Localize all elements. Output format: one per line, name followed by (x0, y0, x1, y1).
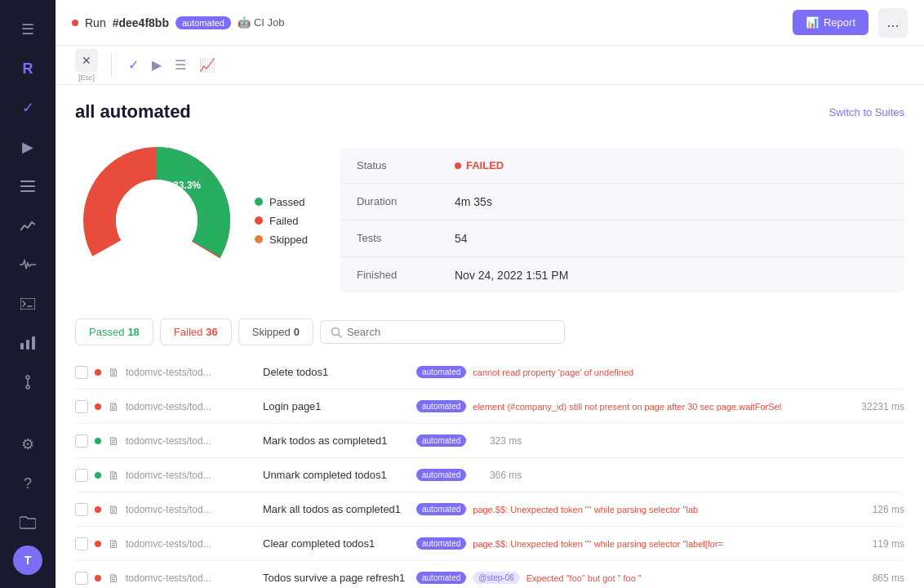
failed-dot (255, 216, 263, 225)
test-row[interactable]: 🗎todomvc-tests/tod...Mark all todos as c… (75, 492, 904, 527)
run-hash: #dee4f8bb (113, 16, 169, 29)
failed-filter-button[interactable]: Failed36 (160, 318, 232, 345)
ci-icon: 🤖 (238, 16, 251, 29)
check-nav-icon[interactable]: ✓ (125, 54, 142, 76)
hamburger-icon[interactable]: ☰ (11, 13, 44, 46)
test-checkbox[interactable] (75, 366, 88, 379)
automated-tag: automated (416, 469, 466, 481)
test-name: Delete todos1 (263, 366, 410, 378)
passed-label: Passed (269, 196, 304, 208)
error-message: element (#company_id) still not present … (473, 402, 849, 412)
automated-tag: automated (416, 366, 466, 378)
svg-point-8 (26, 385, 29, 389)
play-nav-icon[interactable]: ▶ (149, 54, 165, 76)
file-icon: 🗎 (108, 503, 119, 516)
test-row[interactable]: 🗎todomvc-tests/tod...Clear completed tod… (75, 527, 904, 561)
analytics-icon[interactable] (11, 209, 44, 242)
list-nav-icon[interactable]: ☰ (171, 54, 189, 76)
search-icon (331, 327, 342, 338)
duration-row: Duration 4m 35s (340, 184, 904, 220)
duration: 323 ms (473, 435, 522, 447)
test-checkbox[interactable] (75, 572, 88, 585)
test-name: Mark all todos as completed1 (263, 503, 410, 515)
file-icon: 🗎 (108, 469, 119, 482)
tests-row: Tests 54 (340, 220, 904, 257)
test-row[interactable]: 🗎todomvc-tests/tod...Todos survive a pag… (75, 561, 904, 588)
main-area: Run #dee4f8bb automated 🤖 CI Job 📊 Repor… (56, 0, 924, 588)
test-row[interactable]: 🗎todomvc-tests/tod...Unmark completed to… (75, 458, 904, 492)
more-button[interactable]: ... (878, 8, 908, 38)
ci-job: 🤖 CI Job (238, 16, 285, 29)
esc-label: [Esc] (78, 74, 95, 82)
analytics-nav-icon[interactable]: 📈 (196, 54, 219, 76)
run-label: Run (85, 16, 106, 29)
test-checkbox[interactable] (75, 434, 88, 448)
test-row[interactable]: 🗎todomvc-tests/tod...Mark todos as compl… (75, 424, 904, 458)
terminal-icon[interactable] (11, 287, 44, 320)
play-icon[interactable]: ▶ (11, 131, 44, 163)
donut-chart: 66.7% 33.3% (75, 139, 238, 302)
report-button[interactable]: 📊 Report (793, 10, 868, 35)
test-row[interactable]: 🗎todomvc-tests/tod...Login page1automate… (75, 390, 904, 424)
file-icon: 🗎 (108, 366, 119, 379)
folder-icon[interactable] (11, 506, 44, 539)
skipped-label: Skipped (269, 234, 308, 246)
content-area: ✕ [Esc] ✓ ▶ ☰ 📈 all automated Switch to … (56, 46, 924, 588)
passed-pct-label: 33.3% (173, 180, 201, 191)
bar-chart-icon[interactable] (11, 327, 44, 359)
status-label: Status (357, 159, 455, 172)
legend-passed: Passed (255, 196, 308, 208)
test-checkbox[interactable] (75, 537, 88, 550)
duration: 865 ms (855, 572, 904, 584)
test-list: 🗎todomvc-tests/tod...Delete todos1automa… (56, 355, 924, 588)
file-icon: 🗎 (108, 434, 119, 448)
pulse-icon[interactable] (11, 248, 44, 281)
skipped-filter-button[interactable]: Skipped0 (238, 318, 313, 345)
test-name: Mark todos as completed1 (263, 434, 410, 447)
duration: 126 ms (855, 504, 904, 515)
donut-svg (75, 139, 238, 302)
svg-rect-3 (20, 298, 35, 310)
test-checkbox[interactable] (75, 400, 88, 413)
help-icon[interactable]: ? (11, 467, 44, 500)
test-row[interactable]: 🗎todomvc-tests/tod...Delete todos1automa… (75, 355, 904, 390)
test-path: todomvc-tests/tod... (126, 367, 256, 378)
search-input[interactable] (347, 326, 554, 338)
error-message: page.$$: Unexpected token "" while parsi… (473, 539, 849, 549)
switch-suites-link[interactable]: Switch to Suites (829, 106, 905, 118)
git-icon[interactable] (11, 366, 44, 399)
status-indicator (95, 438, 101, 444)
check-icon[interactable]: ✓ (11, 91, 44, 124)
page-header: all automated Switch to Suites (56, 85, 924, 122)
settings-icon[interactable]: ⚙ (11, 428, 44, 461)
chart-legend: Passed Failed Skipped (255, 196, 308, 246)
logo-icon: R (11, 52, 44, 85)
duration: 119 ms (855, 538, 904, 550)
avatar[interactable]: T (13, 546, 42, 575)
run-info: Run #dee4f8bb automated 🤖 CI Job (72, 16, 285, 29)
passed-filter-button[interactable]: Passed18 (75, 318, 153, 345)
failed-pct-label: 66.7% (121, 201, 149, 212)
test-path: todomvc-tests/tod... (126, 401, 256, 412)
step-tag: @step-06 (473, 572, 520, 584)
duration-value: 4m 35s (455, 195, 492, 208)
svg-rect-4 (20, 343, 24, 350)
stats-section: 66.7% 33.3% Passed Failed Skipped (56, 122, 924, 318)
svg-rect-2 (20, 190, 35, 192)
svg-rect-1 (20, 185, 35, 187)
finished-value: Nov 24, 2022 1:51 PM (455, 269, 568, 282)
page-title: all automated (75, 101, 191, 122)
automated-tag: automated (416, 434, 466, 447)
status-indicator (95, 506, 101, 513)
close-button[interactable]: ✕ (75, 49, 98, 72)
error-message: Expected "foo" but got " foo " (526, 573, 849, 583)
search-box[interactable] (320, 320, 565, 344)
svg-rect-0 (20, 180, 35, 182)
test-checkbox[interactable] (75, 469, 88, 482)
test-checkbox[interactable] (75, 503, 88, 516)
test-path: todomvc-tests/tod... (126, 470, 256, 481)
ci-label: CI Job (254, 16, 285, 29)
run-status-dot (72, 20, 78, 26)
list-icon[interactable] (11, 170, 44, 203)
automated-badge: automated (175, 16, 231, 29)
